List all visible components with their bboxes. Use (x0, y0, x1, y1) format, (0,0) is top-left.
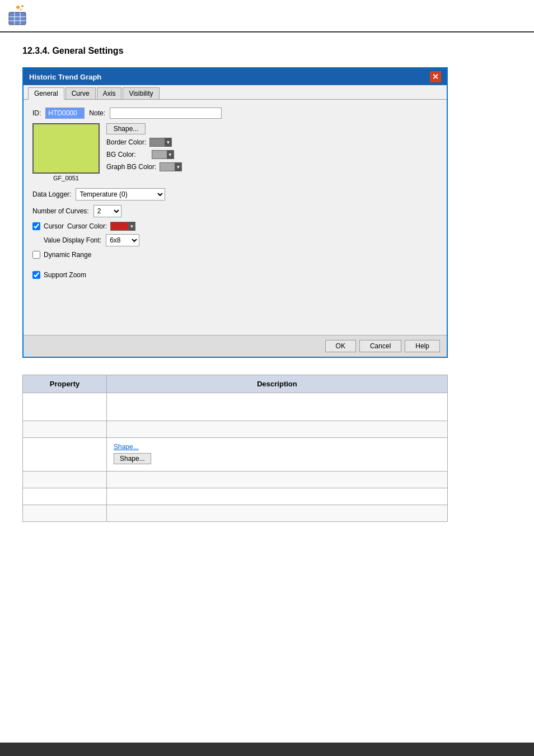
cursor-color-label: Cursor Color: (67, 222, 107, 230)
table-row (23, 393, 448, 421)
table-row (23, 472, 448, 488)
id-label: ID: (32, 109, 41, 117)
tab-axis[interactable]: Axis (97, 87, 122, 99)
cursor-checkbox[interactable] (32, 222, 40, 230)
id-note-row: ID: Note: (32, 108, 438, 119)
col-header-description: Description (107, 375, 448, 393)
border-color-arrow[interactable]: ▼ (165, 138, 171, 147)
data-logger-row: Data Logger: Temperature (0) (32, 188, 438, 200)
tabs-bar: General Curve Axis Visibility (24, 85, 447, 100)
dialog-footer: OK Cancel Help (24, 335, 447, 357)
data-logger-label: Data Logger: (32, 190, 71, 198)
bg-color-label: BG Color: (106, 151, 136, 158)
tab-curve[interactable]: Curve (65, 87, 96, 99)
bg-color-row: BG Color: ▼ (106, 150, 182, 159)
svg-point-0 (16, 6, 20, 9)
table-shape-button[interactable]: Shape... (114, 453, 151, 464)
table-cell-desc (107, 421, 448, 438)
graph-bg-color-row: Graph BG Color: ▼ (106, 162, 182, 171)
value-display-font-label: Value Display Font: (44, 236, 101, 244)
table-cell-desc: Shape... Shape... (107, 438, 448, 472)
page-content: 12.3.4. General Settings Historic Trend … (0, 32, 534, 535)
cursor-label: Cursor (44, 222, 64, 230)
dynamic-range-row: Dynamic Range (32, 251, 438, 259)
app-icon (7, 4, 29, 27)
graph-bg-color-arrow[interactable]: ▼ (175, 162, 181, 171)
tab-visibility[interactable]: Visibility (123, 87, 159, 99)
support-zoom-row: Support Zoom (32, 271, 438, 279)
border-color-label: Border Color: (106, 138, 146, 146)
dialog-window: Historic Trend Graph ✕ General Curve Axi… (22, 67, 448, 358)
dynamic-range-checkbox[interactable] (32, 251, 40, 259)
table-cell-property (23, 438, 107, 472)
svg-rect-3 (9, 12, 26, 25)
value-display-font-row: Value Display Font: 6x8 (44, 234, 438, 246)
table-cell-property (23, 472, 107, 488)
col-header-property: Property (23, 375, 107, 393)
section-title: 12.3.4. General Settings (22, 46, 512, 56)
table-cell-property (23, 393, 107, 421)
svg-point-1 (21, 5, 24, 7)
bottom-bar (0, 743, 534, 756)
shape-preview (32, 123, 100, 174)
graph-bg-color-swatch[interactable]: ▼ (160, 162, 182, 171)
table-shape-link[interactable]: Shape... (114, 443, 139, 451)
cancel-button[interactable]: Cancel (359, 340, 401, 352)
table-row (23, 505, 448, 522)
bg-color-arrow[interactable]: ▼ (167, 150, 174, 159)
support-zoom-label: Support Zoom (44, 271, 86, 279)
num-curves-row: Number of Curves: 2 (32, 205, 438, 217)
dialog-close-button[interactable]: ✕ (430, 71, 441, 82)
border-color-swatch[interactable]: ▼ (149, 138, 172, 147)
shape-image-label: GF_0051 (53, 175, 79, 181)
dialog-title: Historic Trend Graph (29, 73, 101, 81)
table-cell-desc (107, 472, 448, 488)
table-cell-property (23, 488, 107, 505)
note-label: Note: (89, 109, 105, 117)
table-cell-property (23, 505, 107, 522)
table-cell-desc (107, 505, 448, 522)
svg-point-2 (20, 9, 22, 11)
shape-controls: Shape... Border Color: ▼ BG Color: ▼ (106, 123, 182, 171)
dialog-titlebar: Historic Trend Graph ✕ (24, 68, 447, 85)
table-cell-desc (107, 393, 448, 421)
shape-button[interactable]: Shape... (106, 123, 146, 134)
border-color-row: Border Color: ▼ (106, 138, 182, 147)
cursor-color-swatch[interactable]: ▼ (110, 222, 135, 231)
dynamic-range-label: Dynamic Range (44, 251, 91, 259)
ok-button[interactable]: OK (325, 340, 356, 352)
graph-bg-color-label: Graph BG Color: (106, 163, 156, 171)
support-zoom-checkbox[interactable] (32, 271, 40, 279)
bg-color-swatch[interactable]: ▼ (152, 150, 174, 159)
table-row (23, 488, 448, 505)
dialog-body: ID: Note: GF_0051 Shape... Border Color: (24, 100, 447, 335)
table-row: Shape... Shape... (23, 438, 448, 472)
tab-general[interactable]: General (28, 87, 64, 100)
table-cell-desc (107, 488, 448, 505)
shape-preview-wrapper: GF_0051 (32, 123, 100, 181)
num-curves-label: Number of Curves: (32, 207, 89, 215)
table-cell-property (23, 421, 107, 438)
value-display-font-select[interactable]: 6x8 (106, 234, 139, 246)
cursor-row: Cursor Cursor Color: ▼ (32, 222, 438, 231)
table-row (23, 421, 448, 438)
note-input[interactable] (110, 108, 222, 119)
id-input[interactable] (45, 108, 85, 119)
cursor-color-arrow[interactable]: ▼ (128, 222, 135, 231)
shape-area: GF_0051 Shape... Border Color: ▼ BG Colo… (32, 123, 438, 181)
data-logger-select[interactable]: Temperature (0) (76, 188, 165, 200)
top-header (0, 0, 534, 32)
help-button[interactable]: Help (405, 340, 440, 352)
num-curves-select[interactable]: 2 (93, 205, 121, 217)
properties-table: Property Description Shape... Shape... (22, 375, 448, 522)
